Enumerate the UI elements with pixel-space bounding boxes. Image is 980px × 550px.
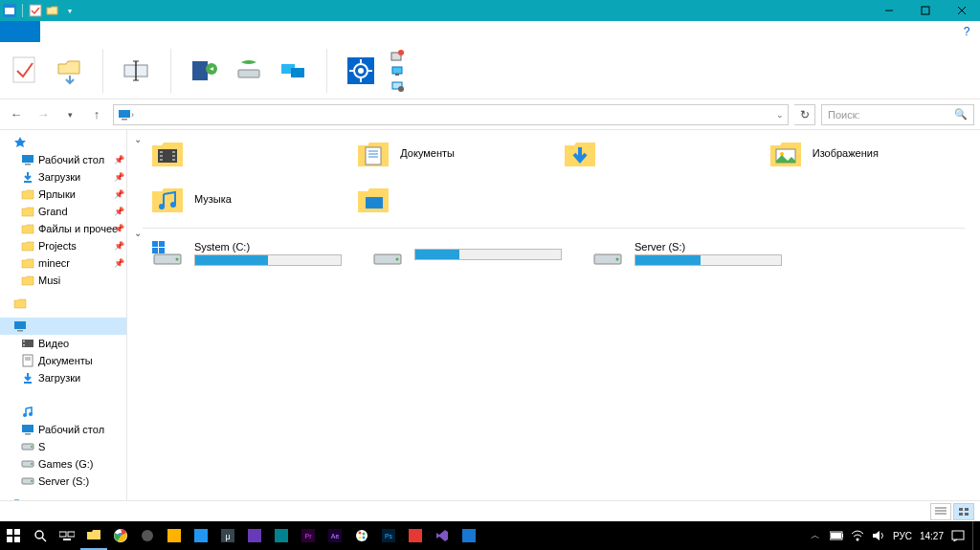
uninstall-button[interactable]	[390, 49, 405, 62]
qat-newfolder-icon[interactable]	[45, 3, 60, 18]
sidebar-item-qa[interactable]: Загрузки📌	[0, 168, 126, 186]
svg-rect-26	[392, 67, 402, 74]
sidebar-item-pcchild[interactable]: Видео	[0, 335, 126, 352]
taskbar-app-5[interactable]	[241, 521, 268, 550]
drive-item[interactable]: Server (S:)	[590, 236, 782, 271]
folders-group-toggle[interactable]: ⌄	[131, 132, 145, 145]
taskbar-app-6[interactable]	[268, 521, 295, 550]
search-button[interactable]	[27, 521, 54, 550]
sidebar-item-quickaccess[interactable]	[0, 134, 126, 151]
svg-rect-60	[160, 159, 163, 161]
settings-button[interactable]	[345, 53, 376, 89]
content-area: ⌄ ДокументыИзображенияМузыка ⌄ System (C…	[127, 130, 980, 500]
tray-chevron-icon[interactable]: ︿	[809, 529, 822, 542]
nav-forward-button[interactable]: →	[33, 104, 54, 125]
details-view-button[interactable]	[930, 503, 951, 520]
sidebar-item-qa[interactable]: Рабочий стол📌	[0, 151, 126, 168]
taskbar-paint[interactable]	[348, 521, 375, 550]
drive-icon	[370, 236, 405, 271]
sidebar-item-qa[interactable]: Grand📌	[0, 203, 126, 220]
tray-notifications-icon[interactable]	[951, 529, 965, 542]
tray-wifi-icon[interactable]	[851, 529, 864, 542]
qat-properties-icon[interactable]	[28, 3, 43, 18]
tray-language[interactable]: РУС	[893, 531, 912, 541]
svg-rect-32	[22, 155, 33, 163]
sidebar-item-thispc[interactable]	[0, 318, 126, 335]
tray-clock[interactable]: 14:27	[920, 531, 944, 541]
network-drive-button[interactable]	[234, 53, 264, 89]
sidebar-item-pcchild[interactable]: Server (S:)	[0, 473, 126, 490]
taskbar-app-1[interactable]	[134, 521, 161, 550]
address-arrow-icon[interactable]: ›	[131, 110, 134, 120]
app-icon	[2, 3, 17, 18]
divider	[22, 4, 23, 17]
tray-volume-icon[interactable]	[872, 529, 885, 542]
svg-rect-77	[152, 248, 158, 253]
drives-group-toggle[interactable]: ⌄	[131, 226, 145, 239]
svg-rect-7	[13, 57, 34, 82]
file-tab[interactable]	[0, 21, 40, 42]
manage-button[interactable]	[390, 79, 405, 93]
documents-icon	[356, 136, 390, 170]
folder-item[interactable]: Изображения	[768, 132, 974, 174]
sidebar-item-pcchild[interactable]	[0, 404, 126, 421]
close-button[interactable]	[944, 0, 980, 21]
drive-item[interactable]	[370, 236, 562, 271]
properties-button[interactable]	[10, 53, 40, 89]
search-icon: 🔍	[954, 108, 968, 121]
sidebar-item-pcchild[interactable]	[0, 386, 126, 404]
folder-item[interactable]	[563, 132, 768, 174]
folder-item[interactable]: Документы	[356, 132, 562, 174]
show-desktop-button[interactable]	[972, 521, 976, 550]
open-button[interactable]	[54, 53, 84, 89]
start-button[interactable]	[0, 521, 27, 550]
maximize-button[interactable]	[907, 0, 944, 21]
sidebar-item-qa[interactable]: minecr📌	[0, 254, 126, 272]
taskbar-app-3[interactable]	[188, 521, 214, 550]
taskbar-premiere[interactable]: Pr	[295, 521, 322, 550]
taskbar-photoshop[interactable]: Ps	[375, 521, 402, 550]
add-network-button[interactable]	[278, 53, 308, 89]
system-button[interactable]	[390, 64, 405, 77]
qat-dropdown-icon[interactable]: ▾	[62, 3, 78, 18]
sidebar-item-qa[interactable]: Projects📌	[0, 237, 126, 254]
address-field[interactable]: › ⌄	[113, 104, 789, 125]
sidebar-item-qa[interactable]: Musi	[0, 272, 126, 289]
sidebar-item-pcchild[interactable]: Games (G:)	[0, 455, 126, 473]
icons-view-button[interactable]	[953, 503, 974, 520]
minimize-button[interactable]	[871, 0, 907, 21]
address-dropdown-icon[interactable]: ⌄	[776, 110, 784, 120]
taskbar-app-4[interactable]: μ	[214, 521, 241, 550]
taskbar-app-7[interactable]	[402, 521, 429, 550]
taskbar-aftereffects[interactable]: Ae	[322, 521, 348, 550]
sidebar-item-pcchild[interactable]: S	[0, 438, 126, 455]
sidebar-item-pcchild[interactable]: Документы	[0, 352, 126, 369]
rename-button[interactable]	[122, 53, 152, 89]
sidebar-item-pcchild[interactable]: Загрузки	[0, 369, 126, 386]
folder-item[interactable]	[356, 178, 562, 220]
taskbar-app-2[interactable]	[161, 521, 188, 550]
sidebar-item-qa[interactable]: Ярлыки📌	[0, 186, 126, 203]
folder-item[interactable]: Музыка	[150, 178, 356, 220]
media-access-button[interactable]	[189, 53, 220, 89]
taskview-button[interactable]	[54, 521, 80, 550]
sidebar-item-network[interactable]: Сеть	[0, 495, 126, 500]
drive-label: System (C:)	[194, 241, 342, 253]
taskbar-visualstudio[interactable]	[429, 521, 456, 550]
taskbar-explorer[interactable]	[80, 521, 107, 550]
folder-item[interactable]	[150, 132, 356, 174]
search-input[interactable]: Поиск: 🔍	[821, 104, 974, 125]
sidebar-item-pcchild[interactable]: Рабочий стол	[0, 421, 126, 438]
taskbar-app-8[interactable]	[456, 521, 482, 550]
sidebar-item-qa[interactable]: Файлы и прочее📌	[0, 220, 126, 237]
tray-battery-icon[interactable]	[830, 529, 843, 542]
folder-icon	[21, 222, 34, 235]
nav-recent-dropdown[interactable]: ▾	[59, 104, 80, 125]
nav-back-button[interactable]: ←	[6, 104, 27, 125]
taskbar-chrome[interactable]	[107, 521, 134, 550]
nav-up-button[interactable]: ↑	[86, 104, 107, 125]
sidebar-item-folder[interactable]	[0, 295, 126, 312]
help-icon[interactable]: ?	[957, 21, 976, 42]
refresh-button[interactable]: ↻	[794, 104, 815, 125]
drive-item[interactable]: System (C:)	[150, 236, 342, 271]
